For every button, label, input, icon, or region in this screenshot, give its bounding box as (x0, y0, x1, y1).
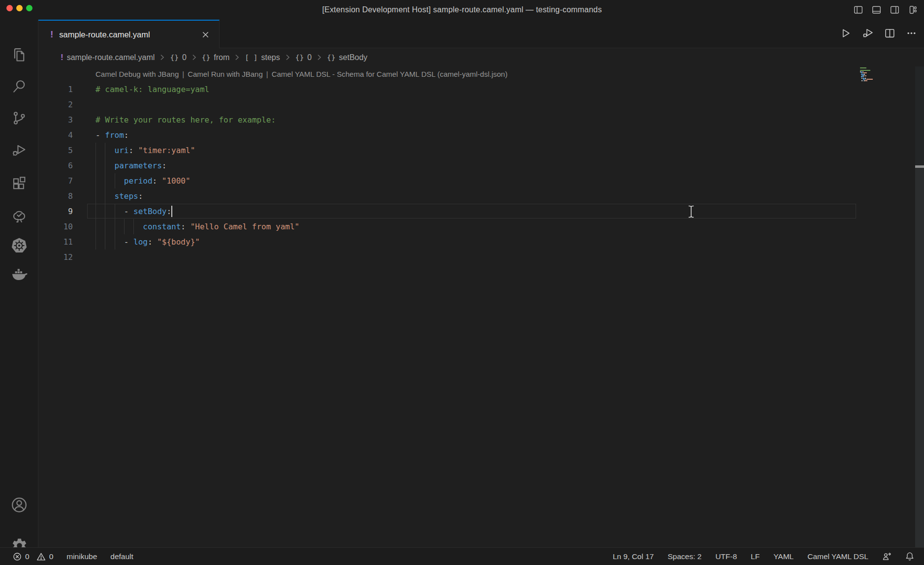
codelens-separator: | (266, 70, 268, 78)
breadcrumb-item-0[interactable]: {}0 (295, 53, 312, 62)
line-number[interactable]: 7 (38, 173, 73, 188)
docker-icon[interactable] (10, 265, 28, 283)
tab-label: sample-route.camel.yaml (59, 30, 194, 39)
symbol-array-icon: [ ] (245, 54, 257, 62)
code-line-4[interactable]: 4- from: (38, 127, 915, 143)
line-number[interactable]: 5 (38, 143, 73, 158)
codelens-link[interactable]: Camel YAML DSL - Schema for Camel YAML D… (272, 70, 508, 78)
breadcrumb-item-setbody[interactable]: {}setBody (327, 53, 367, 62)
split-editor-icon[interactable] (884, 28, 895, 41)
breadcrumb-label: sample-route.camel.yaml (67, 53, 155, 62)
codelens-link[interactable]: Camel Debug with JBang (96, 70, 179, 78)
language-mode-status[interactable]: YAML (773, 552, 794, 561)
codelens-separator: | (182, 70, 184, 78)
testing-icon[interactable] (10, 207, 28, 225)
breadcrumb-item-from[interactable]: {}from (202, 53, 229, 62)
window-title: [Extension Development Host] sample-rout… (0, 0, 924, 20)
code-line-7[interactable]: 7period: "1000" (38, 173, 915, 188)
code-text: parameters: (96, 158, 166, 173)
code-line-11[interactable]: 11- log: "${body}" (38, 234, 915, 250)
line-number[interactable]: 4 (38, 127, 73, 143)
line-number[interactable]: 6 (38, 158, 73, 173)
symbol-object-icon: {} (202, 54, 210, 62)
code-line-2[interactable]: 2 (38, 97, 915, 112)
more-actions-icon[interactable] (906, 28, 917, 41)
breadcrumb: !sample-route.camel.yaml{}0{}from[ ]step… (38, 48, 924, 66)
yaml-file-icon: ! (50, 29, 53, 40)
code-line-1[interactable]: 1# camel-k: language=yaml (38, 82, 915, 97)
chevron-right-icon (233, 54, 241, 61)
breadcrumb-item-0[interactable]: {}0 (170, 53, 186, 62)
breadcrumb-label: 0 (307, 53, 312, 62)
codelens-link[interactable]: Camel Run with JBang (188, 70, 263, 78)
symbol-object-icon: {} (295, 54, 304, 62)
close-tab-icon[interactable] (199, 29, 211, 40)
chevron-right-icon (316, 54, 323, 61)
customize-layout-icon[interactable] (908, 5, 918, 15)
feedback-icon[interactable] (882, 552, 892, 561)
run-and-debug-icon[interactable] (10, 141, 28, 159)
cursor-position-status[interactable]: Ln 9, Col 17 (613, 552, 654, 561)
line-number[interactable]: 11 (38, 234, 73, 250)
notifications-bell-icon[interactable] (905, 552, 914, 561)
indentation-status[interactable]: Spaces: 2 (668, 552, 701, 561)
tab-strip: ! sample-route.camel.yaml (38, 20, 924, 48)
source-control-icon[interactable] (10, 109, 28, 127)
breadcrumb-item-steps[interactable]: [ ]steps (245, 53, 280, 62)
background-window-sliver (915, 66, 924, 165)
breadcrumb-item-sample-route-camel-yaml[interactable]: !sample-route.camel.yaml (61, 53, 155, 63)
code-text: # camel-k: language=yaml (96, 82, 209, 97)
code-text: period: "1000" (96, 173, 191, 188)
codelens-row: Camel Debug with JBang|Camel Run with JB… (38, 66, 915, 82)
symbol-object-icon: {} (327, 54, 335, 62)
kube-context-status[interactable]: minikube (66, 552, 97, 561)
code-line-5[interactable]: 5uri: "timer:yaml" (38, 143, 915, 158)
problems-status[interactable]: 0 0 (13, 552, 53, 561)
symbol-object-icon: {} (170, 54, 178, 62)
breadcrumb-label: 0 (182, 53, 187, 62)
camel-dsl-status[interactable]: Camel YAML DSL (807, 552, 868, 561)
line-number[interactable]: 3 (38, 112, 73, 127)
toggle-secondary-sidebar-icon[interactable] (890, 5, 900, 15)
run-or-debug-icon[interactable] (861, 28, 874, 41)
encoding-status[interactable]: UTF-8 (715, 552, 737, 561)
line-number[interactable]: 2 (38, 97, 73, 112)
run-file-icon[interactable] (840, 28, 851, 41)
code-text: - setBody: (96, 204, 171, 219)
tab-sample-route-camel-yaml[interactable]: ! sample-route.camel.yaml (38, 20, 220, 48)
code-text: constant: "Hello Camel from yaml" (96, 219, 299, 234)
line-number[interactable]: 10 (38, 219, 73, 234)
code-text: uri: "timer:yaml" (96, 143, 195, 158)
current-line-highlight (87, 204, 856, 219)
line-number[interactable]: 9 (38, 204, 73, 219)
toggle-panel-icon[interactable] (871, 5, 882, 15)
extensions-icon[interactable] (10, 175, 28, 192)
code-line-12[interactable]: 12 (38, 250, 915, 265)
code-line-6[interactable]: 6parameters: (38, 158, 915, 173)
search-icon[interactable] (10, 77, 28, 95)
breadcrumb-label: setBody (339, 53, 368, 62)
breadcrumb-label: steps (261, 53, 280, 62)
toggle-primary-sidebar-icon[interactable] (853, 5, 863, 15)
editor-pane[interactable]: Camel Debug with JBang|Camel Run with JB… (38, 66, 915, 547)
line-number[interactable]: 1 (38, 82, 73, 97)
title-bar: [Extension Development Host] sample-rout… (0, 0, 924, 20)
code-line-3[interactable]: 3# Write your routes here, for example: (38, 112, 915, 127)
chevron-right-icon (159, 54, 166, 61)
code-line-10[interactable]: 10constant: "Hello Camel from yaml" (38, 219, 915, 234)
code-text: - from: (96, 127, 128, 143)
code-line-9[interactable]: 9- setBody: (38, 204, 915, 219)
kubernetes-icon[interactable] (10, 237, 28, 254)
code-line-8[interactable]: 8steps: (38, 188, 915, 204)
line-number[interactable]: 8 (38, 188, 73, 204)
activity-bar (0, 20, 38, 547)
code-text: # Write your routes here, for example: (96, 112, 276, 127)
breadcrumb-label: from (214, 53, 229, 62)
chevron-right-icon (191, 54, 198, 61)
minimap[interactable] (860, 67, 883, 83)
line-number[interactable]: 12 (38, 250, 73, 265)
explorer-icon[interactable] (10, 46, 28, 63)
kube-namespace-status[interactable]: default (110, 552, 133, 561)
accounts-icon[interactable] (10, 496, 28, 514)
end-of-line-status[interactable]: LF (751, 552, 760, 561)
